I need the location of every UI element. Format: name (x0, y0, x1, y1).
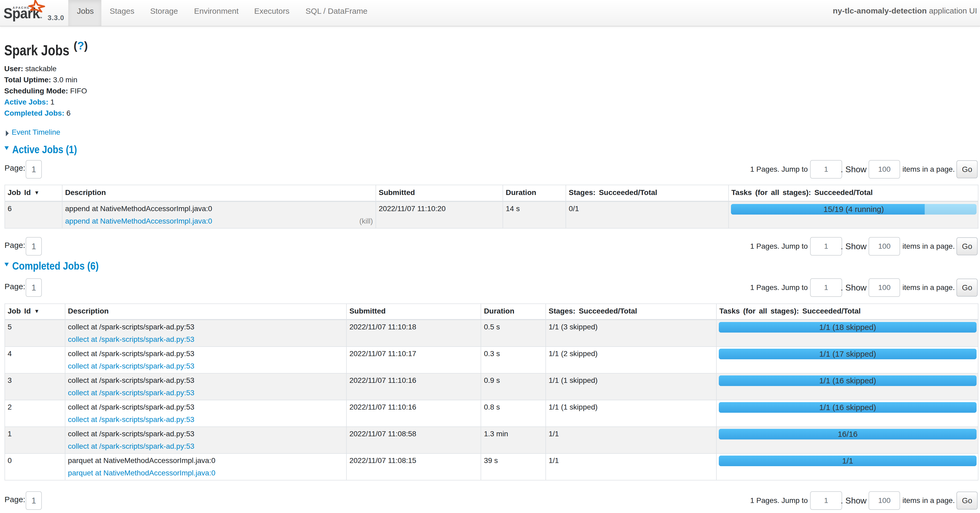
svg-text:TM: TM (39, 16, 42, 19)
svg-text:Spark: Spark (3, 5, 40, 21)
